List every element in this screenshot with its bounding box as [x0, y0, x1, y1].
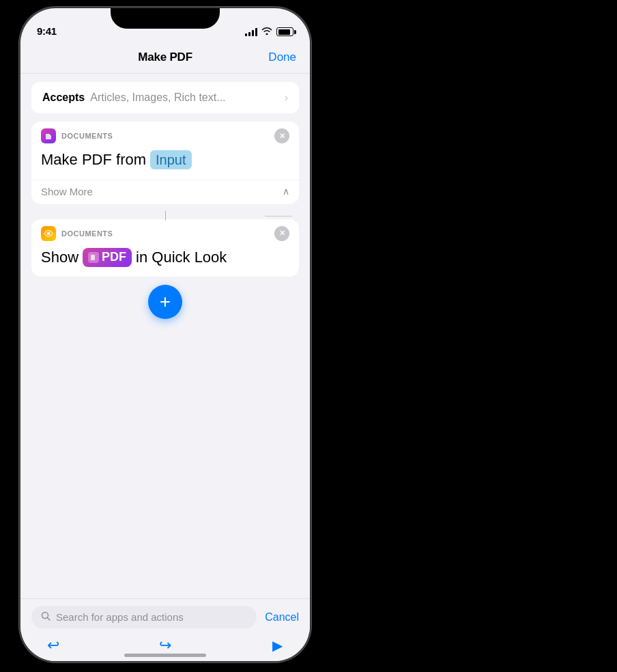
card1-input-pill[interactable]: Input [150, 150, 191, 169]
pdf-pill-icon [88, 252, 99, 263]
signal-icon [245, 28, 257, 36]
card2-body: Show PDF in Quick Look [31, 245, 299, 277]
play-button[interactable]: ▶ [266, 634, 288, 656]
play-icon: ▶ [272, 637, 283, 654]
accepts-row[interactable]: Accepts Articles, Images, Rich text... › [31, 82, 299, 113]
done-button[interactable]: Done [268, 51, 296, 64]
card1-header: DOCUMENTS ✕ [31, 122, 299, 148]
show-more-chevron-icon: ∧ [283, 186, 289, 197]
make-pdf-card: DOCUMENTS ✕ Make PDF from Input Show Mor… [31, 122, 299, 204]
card2-icon [41, 226, 56, 241]
undo-icon: ↩ [47, 636, 59, 654]
undo-button[interactable]: ↩ [42, 634, 64, 656]
search-field[interactable]: Search for apps and actions [31, 606, 257, 628]
connector-horizontal [265, 216, 292, 216]
add-icon: + [160, 291, 171, 313]
card2-title-prefix: Show [41, 248, 78, 268]
redo-icon: ↪ [159, 636, 171, 654]
status-icons [245, 27, 293, 37]
card1-title-prefix: Make PDF from [41, 150, 146, 170]
card2-header: DOCUMENTS ✕ [31, 219, 299, 245]
background-dark [328, 0, 617, 672]
battery-icon [276, 27, 293, 36]
svg-point-1 [47, 232, 51, 235]
search-row: Search for apps and actions Cancel [31, 606, 299, 628]
card1-icon [41, 128, 56, 143]
card1-category: DOCUMENTS [61, 132, 274, 140]
search-icon [41, 611, 51, 623]
add-action-button[interactable]: + [148, 285, 182, 319]
wifi-icon [261, 27, 272, 37]
status-time: 9:41 [37, 25, 57, 37]
card1-title-row: Make PDF from Input [41, 150, 289, 170]
card2-pdf-pill[interactable]: PDF [83, 248, 132, 266]
accepts-chevron-icon: › [285, 92, 288, 104]
show-more-label: Show More [41, 186, 93, 197]
show-more-row[interactable]: Show More ∧ [31, 180, 299, 204]
card2-category: DOCUMENTS [61, 229, 274, 238]
card1-body: Make PDF from Input [31, 148, 299, 180]
show-quick-look-card: DOCUMENTS ✕ Show [31, 219, 299, 277]
card2-title-suffix: in Quick Look [136, 248, 227, 268]
pdf-pill-label: PDF [102, 249, 126, 265]
bottom-search-bar: Search for apps and actions Cancel [20, 598, 310, 634]
bottom-toolbar: ↩ ↪ ▶ [20, 635, 310, 661]
svg-line-4 [48, 618, 51, 621]
main-content: Accepts Articles, Images, Rich text... › [20, 74, 310, 593]
accepts-label: Accepts [42, 92, 85, 104]
cancel-button[interactable]: Cancel [265, 611, 299, 624]
card1-close-button[interactable]: ✕ [274, 128, 289, 143]
notch [111, 8, 220, 29]
card2-close-button[interactable]: ✕ [274, 226, 289, 241]
navigation-bar: Make PDF Done [20, 41, 310, 74]
home-indicator [124, 654, 206, 657]
page-title: Make PDF [138, 51, 192, 64]
search-placeholder: Search for apps and actions [56, 611, 184, 623]
add-button-container: + [31, 285, 299, 319]
accepts-value: Articles, Images, Rich text... [90, 92, 284, 104]
card2-title-row: Show PDF in Quick Look [41, 248, 289, 268]
